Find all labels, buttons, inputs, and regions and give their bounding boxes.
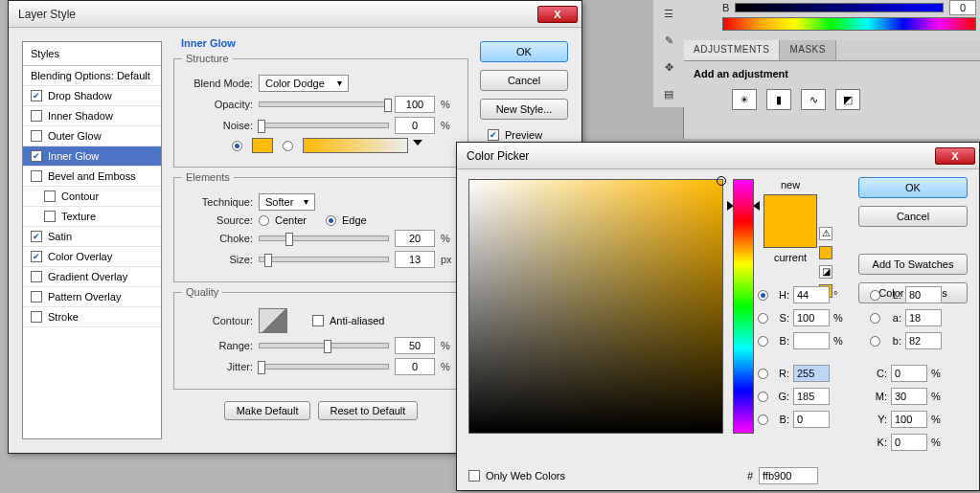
styles-header[interactable]: Styles	[23, 42, 161, 66]
outer-glow-row[interactable]: Outer Glow	[23, 126, 161, 146]
m-input[interactable]: 30	[891, 388, 927, 405]
satin-row[interactable]: ✔Satin	[23, 227, 161, 247]
choke-input[interactable]: 20	[395, 230, 435, 247]
h-radio[interactable]	[758, 290, 768, 301]
pattern-overlay-row[interactable]: Pattern Overlay	[23, 287, 161, 307]
close-button[interactable]: X	[935, 147, 975, 165]
checkbox-icon[interactable]	[31, 110, 42, 122]
curves-icon[interactable]: ∿	[801, 89, 826, 110]
checkbox-icon[interactable]	[31, 170, 42, 182]
checkbox-icon[interactable]	[31, 130, 42, 142]
b-input[interactable]	[793, 332, 830, 349]
titlebar[interactable]: Color Picker X	[457, 143, 979, 169]
bevel-row[interactable]: Bevel and Emboss	[23, 167, 161, 187]
tool-icon[interactable]: ✎	[653, 27, 684, 54]
l-radio[interactable]	[870, 290, 880, 301]
texture-row[interactable]: Texture	[23, 207, 161, 227]
opacity-slider[interactable]	[259, 101, 389, 107]
size-input[interactable]: 13	[395, 251, 435, 268]
b2-radio[interactable]	[758, 415, 768, 425]
hue-slider[interactable]	[733, 179, 754, 434]
checkbox-icon[interactable]: ✔	[31, 90, 42, 101]
source-edge-radio[interactable]	[326, 215, 336, 226]
make-default-button[interactable]: Make Default	[224, 401, 311, 420]
checkbox-icon[interactable]	[44, 211, 56, 222]
glow-color-swatch[interactable]	[252, 138, 273, 153]
gamut-swatch[interactable]	[819, 246, 832, 259]
add-swatches-button[interactable]: Add To Swatches	[858, 254, 968, 275]
b2-input[interactable]: 0	[793, 411, 830, 428]
lb-radio[interactable]	[870, 336, 880, 347]
reset-default-button[interactable]: Reset to Default	[318, 401, 419, 420]
noise-input[interactable]: 0	[395, 117, 435, 134]
brightness-contrast-icon[interactable]: ☀	[732, 89, 757, 110]
b-value[interactable]: 0	[949, 0, 976, 15]
noise-slider[interactable]	[259, 123, 389, 128]
tool-icon[interactable]: ▤	[653, 80, 684, 107]
tool-icon[interactable]: ✥	[653, 54, 684, 80]
anti-aliased-checkbox[interactable]	[312, 315, 324, 326]
gradient-overlay-row[interactable]: Gradient Overlay	[23, 267, 161, 287]
contour-picker[interactable]	[259, 308, 287, 333]
r-input[interactable]: 255	[793, 365, 830, 382]
spectrum-bar[interactable]	[722, 17, 976, 31]
tool-icon[interactable]: ☰	[653, 0, 684, 27]
tab-adjustments[interactable]: ADJUSTMENTS	[684, 40, 780, 60]
inner-glow-row[interactable]: ✔Inner Glow	[23, 146, 161, 167]
only-web-checkbox[interactable]	[468, 470, 480, 482]
c-input[interactable]: 0	[891, 365, 927, 382]
g-radio[interactable]	[758, 392, 768, 402]
ok-button[interactable]: OK	[480, 41, 568, 62]
glow-source-gradient-radio[interactable]	[283, 141, 293, 151]
opacity-input[interactable]: 100	[395, 96, 435, 113]
new-style-button[interactable]: New Style...	[480, 99, 568, 120]
glow-source-color-radio[interactable]	[232, 141, 242, 151]
checkbox-icon[interactable]: ✔	[31, 231, 42, 242]
checkbox-icon[interactable]: ✔	[31, 251, 42, 262]
sat-val-field[interactable]	[468, 179, 723, 434]
s-radio[interactable]	[758, 313, 768, 324]
levels-icon[interactable]: ▮	[766, 89, 791, 110]
cancel-button[interactable]: Cancel	[858, 206, 968, 227]
inner-shadow-row[interactable]: Inner Shadow	[23, 106, 161, 126]
drop-shadow-row[interactable]: ✔Drop Shadow	[23, 86, 161, 106]
s-input[interactable]: 100	[793, 309, 830, 326]
websafe-warning-icon[interactable]: ◪	[819, 265, 832, 279]
l-input[interactable]: 80	[905, 286, 942, 303]
range-slider[interactable]	[259, 343, 389, 348]
h-input[interactable]: 44	[793, 286, 830, 303]
a-input[interactable]: 18	[905, 309, 942, 326]
checkbox-icon[interactable]	[31, 311, 42, 323]
source-center-radio[interactable]	[259, 215, 269, 226]
gamut-warning-icon[interactable]: ⚠	[819, 227, 832, 240]
jitter-input[interactable]: 0	[395, 358, 435, 375]
size-slider[interactable]	[259, 257, 389, 262]
preview-checkbox[interactable]: ✔	[488, 129, 499, 141]
checkbox-icon[interactable]: ✔	[31, 150, 42, 162]
tab-masks[interactable]: MASKS	[780, 40, 836, 60]
checkbox-icon[interactable]	[44, 190, 56, 202]
a-radio[interactable]	[870, 313, 880, 324]
ok-button[interactable]: OK	[858, 177, 968, 198]
stroke-row[interactable]: Stroke	[23, 307, 161, 327]
blend-mode-dropdown[interactable]: Color Dodge	[259, 75, 349, 92]
k-input[interactable]: 0	[891, 434, 927, 451]
b-radio[interactable]	[758, 336, 768, 347]
titlebar[interactable]: Layer Style X	[9, 1, 581, 28]
checkbox-icon[interactable]	[31, 271, 42, 282]
checkbox-icon[interactable]	[31, 291, 42, 303]
range-input[interactable]: 50	[395, 337, 435, 354]
choke-slider[interactable]	[259, 235, 389, 241]
color-compare[interactable]	[763, 194, 817, 248]
lb-input[interactable]: 82	[905, 332, 942, 349]
g-input[interactable]: 185	[793, 388, 830, 405]
technique-dropdown[interactable]: Softer	[259, 193, 315, 211]
hex-input[interactable]: ffb900	[759, 467, 818, 484]
close-button[interactable]: X	[537, 6, 578, 23]
b-slider[interactable]	[735, 3, 944, 12]
r-radio[interactable]	[758, 369, 768, 379]
blending-options-row[interactable]: Blending Options: Default	[23, 66, 161, 86]
contour-row[interactable]: Contour	[23, 187, 161, 207]
y-input[interactable]: 100	[891, 411, 927, 428]
jitter-slider[interactable]	[259, 364, 389, 370]
